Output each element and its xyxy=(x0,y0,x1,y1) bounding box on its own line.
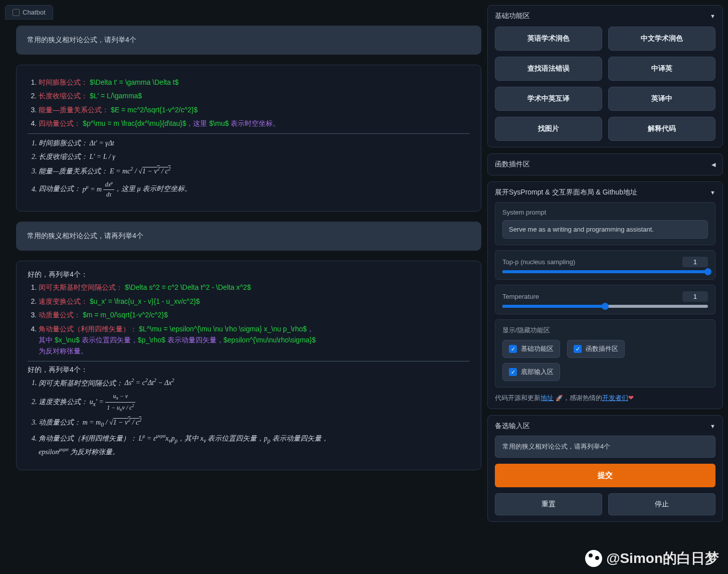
system-prompt-box: System prompt Serve me as a writing and … xyxy=(495,202,715,245)
bot-message: 好的，再列举4个： 闵可夫斯基时空间隔公式： $\Delta s^2 = c^2… xyxy=(16,261,481,470)
panel-title: 展开SysPrompt & 交互界面布局 & Github地址 xyxy=(495,188,637,197)
panel-title: 基础功能区 xyxy=(495,12,530,21)
rendered-label: 闵可夫斯基时空间隔公式： xyxy=(39,379,123,387)
panel-title: 函数插件区 xyxy=(495,160,530,169)
checkbox-checked-icon: ✓ xyxy=(509,368,517,376)
user-text: 常用的狭义相对论公式，请列举4个 xyxy=(27,36,136,44)
alt-input-header[interactable]: 备选输入区 ▼ xyxy=(495,422,715,431)
rendered-label: 长度收缩公式： xyxy=(39,153,88,160)
fn-grammar-check[interactable]: 查找语法错误 xyxy=(495,57,602,81)
plugins-header[interactable]: 函数插件区 ◀ xyxy=(495,160,715,169)
stop-button[interactable]: 停止 xyxy=(608,493,715,515)
fn-academic-translate[interactable]: 学术中英互译 xyxy=(495,87,602,111)
fn-explain-code[interactable]: 解释代码 xyxy=(608,117,715,141)
toggle-basic[interactable]: ✓ 基础功能区 xyxy=(502,340,560,358)
rendered-label: 动质量公式： xyxy=(39,419,81,426)
topp-box: Top-p (nucleus sampling) 1 xyxy=(495,250,715,280)
formula-label: 四动量公式： xyxy=(39,119,81,127)
temperature-box: Temperature 1 xyxy=(495,285,715,314)
submit-button[interactable]: 提交 xyxy=(495,464,715,487)
chevron-down-icon: ▼ xyxy=(710,423,715,429)
formula-tex: $p^\mu = m \frac{dx^\mu}{d\tau}$ xyxy=(83,119,187,127)
rendered-intro: 好的，再列举4个： xyxy=(28,365,470,374)
chat-scroll[interactable]: 常用的狭义相对论公式，请列举4个 时间膨胀公式： $\Delta t' = \g… xyxy=(5,24,481,569)
alt-input-panel: 备选输入区 ▼ 常用的狭义相对论公式，请再列举4个 提交 重置 停止 xyxy=(487,415,723,522)
checkbox-checked-icon: ✓ xyxy=(509,345,517,353)
user-message: 常用的狭义相对论公式，请列举4个 xyxy=(16,26,481,55)
rocket-icon: 🚀 xyxy=(556,395,563,402)
tab-label: Chatbot xyxy=(23,9,46,16)
topp-label: Top-p (nucleus sampling) xyxy=(502,258,575,266)
bot-intro: 好的，再列举4个： xyxy=(28,270,470,279)
fn-chinese-polish[interactable]: 中文学术润色 xyxy=(608,27,715,51)
rendered-label: 速度变换公式： xyxy=(39,398,88,406)
basic-header[interactable]: 基础功能区 ▼ xyxy=(495,12,715,21)
rendered-label: 能量—质量关系公式： xyxy=(39,167,108,175)
toggle-box: 显示/隐藏功能区 ✓ 基础功能区 ✓ 函数插件区 ✓ 底部输入区 xyxy=(495,319,715,388)
formula-tex: $\Delta t' = \gamma \Delta t$ xyxy=(90,78,178,86)
fn-english-polish[interactable]: 英语学术润色 xyxy=(495,27,602,51)
formula-tex: $m = m_0/\sqrt{1-v^2/c^2}$ xyxy=(83,311,168,319)
formula-label: 角动量公式（利用四维矢量）： xyxy=(39,325,137,333)
toggle-bottom-input[interactable]: ✓ 底部输入区 xyxy=(502,363,560,381)
temperature-slider[interactable] xyxy=(502,305,708,308)
heart-icon: ❤ xyxy=(628,394,634,402)
temperature-value[interactable]: 1 xyxy=(682,291,708,302)
chevron-down-icon: ▼ xyxy=(710,189,715,196)
topp-value[interactable]: 1 xyxy=(682,257,708,267)
reset-button[interactable]: 重置 xyxy=(495,493,602,515)
formula-tex: $\Delta s^2 = c^2 \Delta t^2 - \Delta x^… xyxy=(125,283,251,291)
formula-label: 动质量公式： xyxy=(39,311,81,319)
separator xyxy=(28,361,470,361)
formula-label: 长度收缩公式： xyxy=(39,92,88,100)
formula-tex: $E = mc^2/\sqrt{1-v^2/c^2}$ xyxy=(111,106,198,114)
source-link[interactable]: 地址 xyxy=(540,394,554,402)
formula-label: 速度变换公式： xyxy=(39,297,88,305)
formula-tex: $L^\mu = \epsilon^{\mu \nu \rho \sigma} … xyxy=(139,325,307,333)
fn-en-to-zh[interactable]: 英译中 xyxy=(608,87,715,111)
devs-link[interactable]: 开发者们 xyxy=(602,394,628,402)
plugins-panel: 函数插件区 ◀ xyxy=(487,153,723,175)
rendered-label: 四动量公式： xyxy=(39,185,81,193)
sysprompt-header[interactable]: 展开SysPrompt & 交互界面布局 & Github地址 ▼ xyxy=(495,188,715,197)
panel-title: 备选输入区 xyxy=(495,422,530,431)
separator xyxy=(28,133,470,134)
alt-input-textarea[interactable]: 常用的狭义相对论公式，请再列举4个 xyxy=(495,436,715,458)
tab-chatbot[interactable]: Chatbot xyxy=(5,5,53,20)
rendered-label: 时间膨胀公式： xyxy=(39,139,88,147)
system-prompt-label: System prompt xyxy=(502,209,708,216)
checkbox-checked-icon: ✓ xyxy=(574,345,582,353)
formula-label: 时间膨胀公式： xyxy=(39,78,88,86)
toggle-plugins[interactable]: ✓ 函数插件区 xyxy=(567,340,625,358)
chat-icon xyxy=(13,9,20,16)
formula-tail: 表示时空坐标。 xyxy=(229,119,280,127)
user-text: 常用的狭义相对论公式，请再列举4个 xyxy=(27,232,143,240)
chevron-down-icon: ▼ xyxy=(710,13,715,19)
formula-tail: ，这里 xyxy=(186,119,209,127)
formula-tex: $L' = L/\gamma$ xyxy=(90,92,142,100)
sysprompt-panel: 展开SysPrompt & 交互界面布局 & Github地址 ▼ System… xyxy=(487,181,723,409)
rendered-label: 角动量公式（利用四维矢量）： xyxy=(39,435,137,442)
system-prompt-input[interactable]: Serve me as a writing and programming as… xyxy=(502,220,708,239)
fn-zh-to-en[interactable]: 中译英 xyxy=(608,57,715,81)
formula-label: 闵可夫斯基时空间隔公式： xyxy=(39,283,123,291)
user-message: 常用的狭义相对论公式，请再列举4个 xyxy=(16,222,481,251)
footer-credits: 代码开源和更新地址 🚀，感谢热情的开发者们❤ xyxy=(495,394,715,403)
temperature-label: Temperature xyxy=(502,293,539,300)
chevron-left-icon: ◀ xyxy=(711,161,715,168)
formula-tex: $\mu$ xyxy=(209,119,229,127)
bot-message: 时间膨胀公式： $\Delta t' = \gamma \Delta t$ 长度… xyxy=(16,65,481,212)
formula-label: 能量—质量关系公式： xyxy=(39,106,109,114)
formula-tex: $u_x' = \frac{u_x - v}{1 - u_xv/c^2}$ xyxy=(90,297,200,305)
fn-find-image[interactable]: 找图片 xyxy=(495,117,602,141)
topp-slider[interactable] xyxy=(502,270,708,273)
basic-functions-panel: 基础功能区 ▼ 英语学术润色 中文学术润色 查找语法错误 中译英 学术中英互译 … xyxy=(487,5,723,147)
toggle-title: 显示/隐藏功能区 xyxy=(502,326,708,335)
